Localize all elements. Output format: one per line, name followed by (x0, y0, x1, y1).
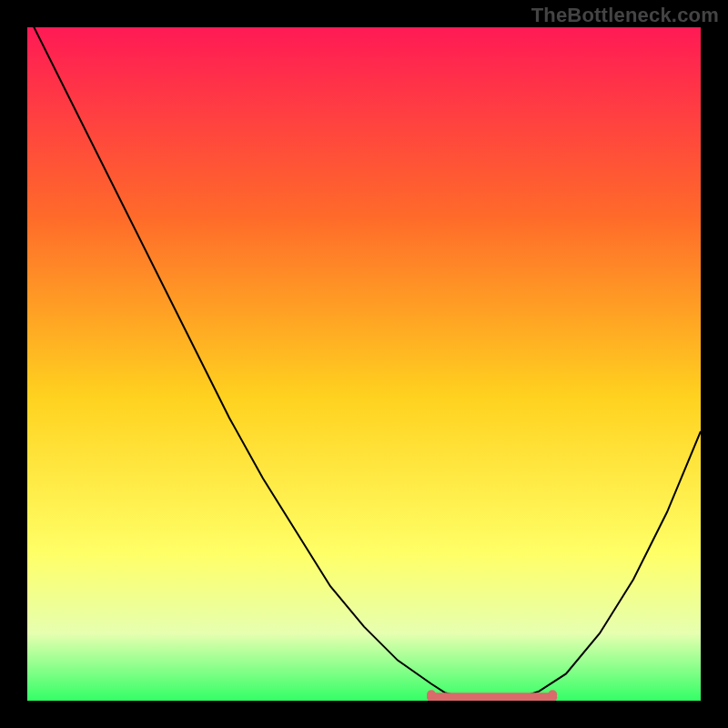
chart-svg (27, 27, 701, 701)
plot-area (27, 27, 701, 701)
optimal-band-right-dot (548, 690, 557, 699)
gradient-background (27, 27, 701, 701)
watermark-text: TheBottleneck.com (531, 4, 719, 27)
chart-frame: TheBottleneck.com (0, 0, 728, 728)
optimal-band-left-dot (427, 690, 436, 699)
